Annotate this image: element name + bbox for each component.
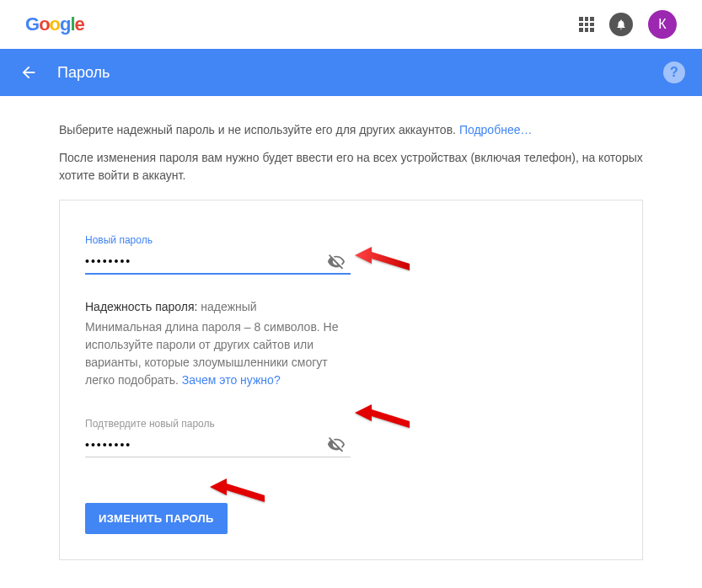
google-logo[interactable]: Google xyxy=(25,13,84,35)
svg-marker-1 xyxy=(355,404,410,428)
blue-header: Пароль ? xyxy=(0,49,702,96)
avatar[interactable]: К xyxy=(648,10,677,39)
annotation-arrow-icon xyxy=(355,238,414,284)
new-password-label: Новый пароль xyxy=(85,234,351,246)
intro-line-2: После изменения пароля вам нужно будет в… xyxy=(59,149,643,184)
confirm-password-label: Подтвердите новый пароль xyxy=(85,418,351,430)
back-arrow-icon[interactable] xyxy=(17,61,40,84)
why-link[interactable]: Зачем это нужно? xyxy=(182,373,281,387)
intro-text-1: Выберите надежный пароль и не используйт… xyxy=(59,123,456,136)
learn-more-link[interactable]: Подробнее… xyxy=(459,123,533,136)
intro-line-1: Выберите надежный пароль и не используйт… xyxy=(59,121,643,139)
submit-button[interactable]: ИЗМЕНИТЬ ПАРОЛЬ xyxy=(85,503,228,534)
toggle-visibility-icon[interactable] xyxy=(327,436,346,451)
apps-icon[interactable] xyxy=(579,17,594,32)
page-title: Пароль xyxy=(57,64,110,82)
confirm-password-input[interactable] xyxy=(85,433,351,457)
top-bar: Google К xyxy=(0,0,702,49)
svg-marker-2 xyxy=(210,478,265,502)
svg-marker-0 xyxy=(355,247,410,270)
strength-value: надежный xyxy=(201,300,256,313)
strength-label: Надежность пароля: xyxy=(85,300,197,313)
annotation-arrow-icon xyxy=(355,396,414,441)
confirm-password-field: Подтвердите новый пароль xyxy=(85,418,351,457)
password-card: Новый пароль Надежность пароля: надежный… xyxy=(59,200,643,560)
strength-block: Надежность пароля: надежный Минимальная … xyxy=(85,300,351,389)
strength-title: Надежность пароля: надежный xyxy=(85,300,351,313)
help-icon[interactable]: ? xyxy=(663,61,685,83)
strength-desc: Минимальная длина пароля – 8 символов. Н… xyxy=(85,318,351,389)
top-right-controls: К xyxy=(579,10,677,39)
new-password-input[interactable] xyxy=(85,249,351,275)
content-area: Выберите надежный пароль и не используйт… xyxy=(0,96,702,577)
toggle-visibility-icon[interactable] xyxy=(327,253,346,268)
notifications-icon[interactable] xyxy=(609,13,633,36)
new-password-field: Новый пароль xyxy=(85,234,351,275)
